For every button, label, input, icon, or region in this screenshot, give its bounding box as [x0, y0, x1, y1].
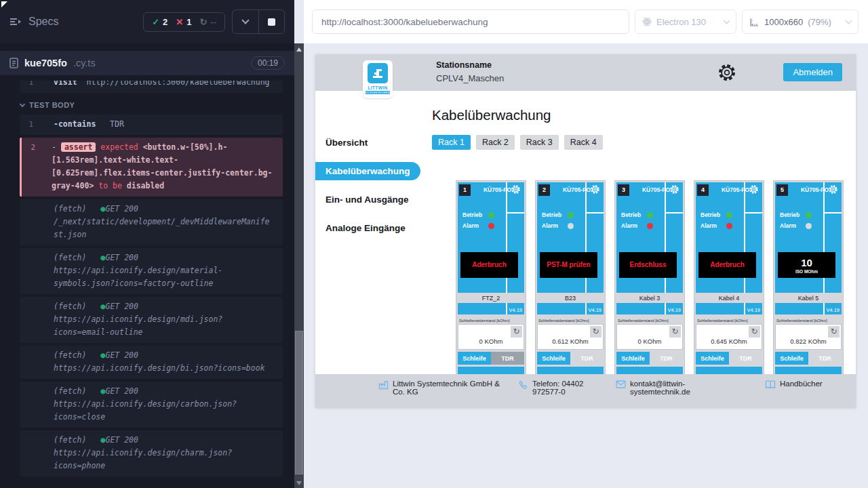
test-body-label: TEST BODY: [29, 101, 75, 109]
company-name: Littwin Systemtechnik GmbH & Co. KG: [393, 380, 502, 407]
measurement-value: 0.645 KOhm: [696, 338, 762, 345]
display-text: Erdschluss: [630, 261, 667, 268]
measurement-box: ↻ 0.645 KOhm: [696, 324, 762, 350]
chevron-down-icon: [20, 101, 25, 106]
logout-button[interactable]: Abmelden: [783, 63, 842, 81]
schleife-button[interactable]: Schleife: [775, 352, 808, 365]
scrollbar-thumb[interactable]: [295, 331, 303, 474]
command-contains[interactable]: 1 -contains TDR: [20, 115, 283, 135]
fetch-log-row[interactable]: (fetch) ●GET 200 /_next/static/developme…: [20, 199, 283, 245]
page-title: Kabelüberwachung: [432, 107, 856, 123]
test-body-section[interactable]: TEST BODY: [20, 101, 283, 109]
fetch-log-row[interactable]: (fetch) ●GET 200 https://api.iconify.des…: [20, 346, 283, 379]
tdr-button[interactable]: TDR: [729, 352, 762, 365]
command-log: 1 visit http://localhost:3000/kabelueber…: [0, 75, 294, 488]
command-assert-failed[interactable]: 2 - assert expected <button.w-[50%].h-[1…: [20, 138, 283, 197]
firmware-version: V4.19: [588, 307, 601, 313]
scroll-down-icon[interactable]: [296, 481, 302, 485]
tdr-button[interactable]: TDR: [650, 352, 683, 365]
rack-tab[interactable]: Rack 1: [432, 135, 471, 150]
assert-dash: -: [52, 142, 56, 152]
fetch-log-row[interactable]: (fetch) ●GET 200 https://api.iconify.des…: [20, 248, 283, 294]
measurement-box: ↻ 0 KOhm: [458, 324, 524, 350]
specs-menu-icon[interactable]: [9, 17, 22, 26]
manuals-link[interactable]: Handbücher: [765, 380, 823, 407]
device-settings-gear-icon[interactable]: [669, 184, 680, 195]
refresh-icon[interactable]: ↻: [590, 326, 601, 338]
app-viewport: LITTWIN SYSTEMTECHNIK Stationsname CPLV4…: [315, 54, 856, 407]
cypress-runner-panel: Specs ✓2 ✕1 ↻-- kue705fo .cy.ts 00:19 1 …: [0, 0, 294, 488]
collapse-reporter-button[interactable]: [233, 10, 258, 33]
betrieb-label: Betrieb: [701, 211, 722, 218]
device-display: Erdschluss: [619, 252, 677, 278]
fetch-status: GET 200: [105, 302, 138, 311]
sidebar-nav-item[interactable]: Ein- und Ausgänge: [315, 190, 420, 209]
measurement-label: Schleifenwiderstand [kOhm]: [775, 319, 842, 323]
alarm-label: Alarm: [462, 222, 484, 229]
rack-tab[interactable]: Rack 3: [520, 135, 559, 150]
tdr-button[interactable]: TDR: [491, 352, 524, 365]
fetch-label: (fetch): [54, 350, 86, 360]
betrieb-label: Betrieb: [542, 211, 564, 218]
command-name: -contains: [54, 119, 96, 129]
rack-tab[interactable]: Rack 4: [564, 135, 603, 150]
ruler-icon: [749, 17, 760, 27]
device-settings-gear-icon[interactable]: [590, 184, 601, 195]
browser-selector[interactable]: Electron 130: [635, 9, 736, 34]
logo-text: LITTWIN: [366, 85, 390, 90]
device-display: 10 ISO MOhm: [778, 252, 835, 278]
scroll-up-icon[interactable]: [296, 47, 302, 52]
spec-file-row[interactable]: kue705fo .cy.ts 00:19: [0, 51, 294, 75]
schleife-button[interactable]: Schleife: [458, 352, 491, 365]
schleife-button[interactable]: Schleife: [537, 352, 570, 365]
cable-name: FTZ_2: [458, 293, 524, 303]
device-settings-gear-icon[interactable]: [828, 184, 839, 195]
betrieb-led: [488, 212, 494, 218]
display-text: 10: [801, 257, 812, 268]
sidebar-nav-item[interactable]: Übersicht: [315, 134, 420, 152]
alarm-led: [568, 223, 574, 229]
fetch-log-row[interactable]: (fetch) ●GET 200 https://api.iconify.des…: [20, 382, 283, 428]
fetch-label: (fetch): [54, 435, 86, 445]
tdr-button[interactable]: TDR: [570, 352, 604, 365]
device-card: 1 KÜ705-FO: [456, 180, 526, 378]
email-icon: [616, 380, 626, 407]
chevron-down-icon: [846, 18, 852, 24]
measurement-value: 0 KOhm: [617, 338, 682, 345]
betrieb-label: Betrieb: [621, 211, 643, 218]
rack-tab[interactable]: Rack 2: [476, 135, 515, 150]
specs-label[interactable]: Specs: [28, 16, 58, 28]
spec-file-ext: .cy.ts: [73, 58, 96, 68]
fetch-label: (fetch): [54, 204, 86, 214]
refresh-icon[interactable]: ↻: [669, 326, 681, 338]
refresh-icon[interactable]: ↻: [749, 326, 760, 338]
refresh-icon[interactable]: ↻: [511, 326, 522, 338]
firmware-version: V4.19: [509, 307, 522, 313]
browser-toolbar: Electron 130 1000x660 (79%): [304, 0, 868, 43]
fetch-log-row[interactable]: (fetch) ●GET 200 https://api.iconify.des…: [20, 430, 283, 476]
tdr-button[interactable]: TDR: [808, 352, 842, 365]
schleife-button[interactable]: Schleife: [696, 352, 729, 365]
url-input[interactable]: [312, 9, 629, 34]
phone-number: Telefon: 04402 972577-0: [532, 380, 588, 407]
device-settings-gear-icon[interactable]: [511, 184, 521, 195]
stop-tests-button[interactable]: [258, 10, 284, 33]
spec-file-icon: [9, 58, 18, 68]
fetch-url: https://api.iconify.design/material-symb…: [54, 264, 272, 290]
sidebar-nav-item[interactable]: Kabelüberwachung: [315, 162, 420, 180]
device-card: 5 KÜ705-FO: [773, 180, 844, 378]
device-settings-gear-icon[interactable]: [749, 184, 760, 195]
schleife-button[interactable]: Schleife: [616, 352, 650, 365]
sidebar-nav-item[interactable]: Analoge Eingänge: [315, 219, 420, 237]
fetch-url: /_next/static/development/_devMiddleware…: [54, 216, 272, 241]
command-visit[interactable]: 1 visit http://localhost:3000/kabelueber…: [20, 81, 283, 93]
viewport-selector[interactable]: 1000x660 (79%): [742, 9, 859, 34]
panel-divider: [745, 212, 762, 214]
device-panel: 2 KÜ705-FO: [537, 182, 604, 314]
fetch-log-row[interactable]: (fetch) ●GET 200 https://api.iconify.des…: [20, 297, 283, 343]
fetch-url: https://api.iconify.design/charm.json?ic…: [54, 447, 272, 472]
refresh-icon[interactable]: ↻: [828, 326, 840, 338]
reporter-scrollbar[interactable]: [294, 43, 304, 488]
settings-gear-icon[interactable]: [717, 62, 738, 84]
command-message: http://localhost:3000/kabelueberwachung: [86, 81, 269, 87]
